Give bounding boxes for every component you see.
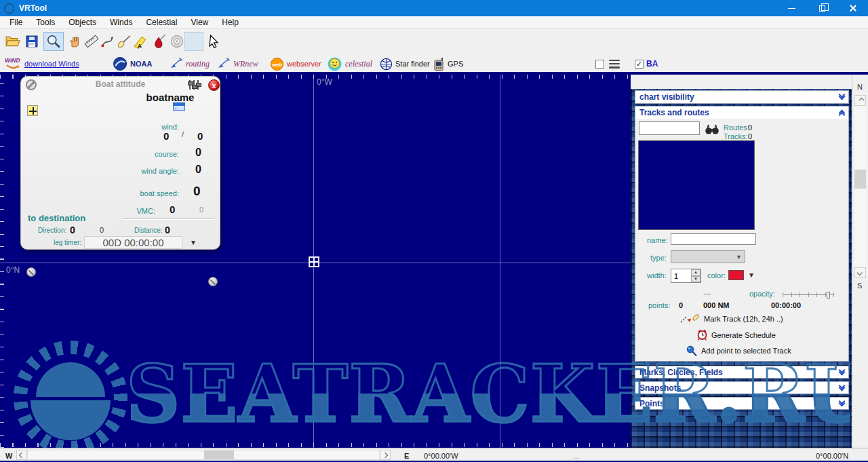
- color-label: color:: [707, 271, 726, 280]
- color-dropdown-icon[interactable]: ▼: [748, 271, 755, 279]
- svg-text:web: web: [272, 61, 282, 67]
- generate-schedule-button[interactable]: Generate Schedule: [696, 329, 776, 341]
- width-label: width:: [647, 271, 667, 280]
- collapse-up-icon[interactable]: [840, 111, 844, 115]
- color-swatch[interactable]: [728, 270, 744, 280]
- track-search-input[interactable]: [639, 121, 700, 135]
- collapse-down-icon[interactable]: [840, 95, 844, 99]
- meridian-gridline-2: [500, 75, 500, 448]
- menu-file[interactable]: File: [3, 16, 29, 28]
- svg-text:WiND: WiND: [5, 57, 20, 64]
- layers-icon[interactable]: [609, 56, 620, 71]
- menu-view[interactable]: View: [184, 16, 215, 28]
- restore-button[interactable]: [807, 0, 837, 16]
- tool-placeholder-box[interactable]: [184, 32, 203, 51]
- west-label: W: [5, 452, 12, 460]
- gps-button[interactable]: GPS: [433, 56, 463, 71]
- minimize-button[interactable]: [776, 0, 807, 16]
- save-button[interactable]: [23, 32, 41, 51]
- tracks-listbox[interactable]: [638, 140, 755, 230]
- type-select[interactable]: ▼: [671, 250, 745, 263]
- panel-divider: [123, 219, 214, 220]
- distance-value: 0: [165, 225, 170, 235]
- mark-track-button[interactable]: Mark Track (12h, 24h ..): [680, 313, 783, 324]
- menu-help[interactable]: Help: [215, 16, 245, 28]
- course-value: 0: [195, 147, 201, 159]
- width-up-button[interactable]: ▲: [691, 269, 701, 276]
- brush-tool[interactable]: [151, 32, 168, 51]
- boat-attitude-panel[interactable]: Boat attitude x boatname - wind: 0 / 0 c…: [20, 76, 220, 250]
- highlight-tool[interactable]: A: [132, 32, 149, 51]
- chart-visibility-header[interactable]: chart visibility: [635, 90, 849, 104]
- sidebar-tabs: [631, 75, 852, 89]
- horizontal-scroll-track[interactable]: [27, 450, 380, 460]
- wrnew-button[interactable]: WRnew: [216, 56, 258, 71]
- width-stepper[interactable]: ▲▼: [671, 269, 701, 283]
- scroll-south-button[interactable]: [854, 267, 866, 278]
- download-winds-link[interactable]: download Winds: [24, 56, 79, 71]
- wind-angle-label: wind angle:: [123, 167, 179, 175]
- menu-bar: FileToolsObjectsWindsCelestialViewHelp: [0, 16, 868, 29]
- open-button[interactable]: [4, 32, 22, 51]
- scroll-east-button[interactable]: [380, 450, 391, 460]
- south-label: S: [857, 282, 862, 290]
- add-point-button[interactable]: Add point to selected Track: [686, 345, 791, 357]
- target-tool[interactable]: [168, 32, 186, 51]
- section-points[interactable]: Points: [635, 397, 849, 410]
- ba-checkbox[interactable]: ✓BA: [635, 56, 658, 71]
- cursor-tool[interactable]: [205, 32, 222, 51]
- routes-value: 0: [748, 123, 752, 132]
- right-sidebar: chart visibility Tracks and routes Route…: [631, 75, 852, 448]
- chart-outline-checkbox[interactable]: [595, 56, 604, 71]
- ruler-tool[interactable]: [83, 32, 100, 51]
- status-bar: W E 0°00.00'W ... 0°00.00'N: [0, 448, 868, 462]
- menu-celestial[interactable]: Celestial: [139, 16, 184, 28]
- width-down-button[interactable]: ▼: [691, 276, 701, 283]
- noaa-button[interactable]: NOAA: [113, 56, 152, 71]
- scroll-north-button[interactable]: [854, 95, 866, 106]
- menu-tools[interactable]: Tools: [29, 16, 62, 28]
- opacity-label: opacity:: [749, 290, 775, 298]
- vertical-scroll-thumb[interactable]: [854, 170, 866, 189]
- leg-timer-dropdown-icon[interactable]: ▼: [190, 239, 197, 246]
- leg-timer-value[interactable]: 00D 00:00:00: [84, 236, 182, 249]
- panel-settings-icon[interactable]: [189, 80, 205, 90]
- chart-map-canvas[interactable]: 0°W 0°N Boat attitude x boatname - wind:…: [0, 75, 631, 448]
- route-tool[interactable]: [99, 32, 117, 51]
- close-button[interactable]: [837, 0, 868, 16]
- collapse-down-icon[interactable]: [840, 386, 844, 390]
- collapse-down-icon[interactable]: [840, 370, 844, 374]
- collapse-down-icon[interactable]: [840, 402, 844, 406]
- screw-icon-right: [208, 277, 218, 286]
- celestial-button[interactable]: celestial: [327, 56, 372, 71]
- horizontal-scroll-thumb[interactable]: [204, 450, 234, 459]
- chart-origin-marker[interactable]: [309, 256, 319, 267]
- section-snapshots[interactable]: Snapshots: [635, 381, 849, 394]
- menu-winds[interactable]: Winds: [103, 16, 139, 28]
- tracks-routes-header[interactable]: Tracks and routes: [635, 107, 848, 119]
- dashes-text: ---: [703, 289, 711, 297]
- app-icon: [4, 3, 14, 14]
- watermark-sun-logo: [14, 341, 127, 448]
- zoom-tool[interactable]: [43, 32, 64, 51]
- width-input[interactable]: [671, 269, 691, 282]
- name-input[interactable]: [671, 233, 756, 245]
- routes-label: Routes:: [724, 123, 749, 132]
- boat-dash: -: [169, 104, 182, 112]
- panel-close-icon[interactable]: x: [208, 79, 220, 91]
- routing-button[interactable]: routing: [168, 56, 210, 71]
- boat-speed-label: boat speed:: [123, 189, 179, 197]
- title-bar: VRTool: [0, 0, 868, 16]
- opacity-slider-thumb[interactable]: [827, 292, 830, 299]
- section-marks-circles-fields[interactable]: Marks, Circles, Fields: [635, 366, 849, 379]
- opacity-slider[interactable]: [783, 292, 834, 299]
- pan-hand-tool[interactable]: [66, 32, 84, 51]
- track-time-value: 00:00:00: [771, 301, 801, 309]
- scroll-west-button[interactable]: [16, 450, 27, 460]
- pushpin-icon: [686, 345, 698, 357]
- webserver-button[interactable]: web webserver: [270, 56, 321, 71]
- oar-tool[interactable]: [115, 32, 133, 51]
- menu-objects[interactable]: Objects: [62, 16, 103, 28]
- disable-icon[interactable]: [26, 79, 37, 90]
- star-finder-button[interactable]: Star finder: [380, 56, 430, 71]
